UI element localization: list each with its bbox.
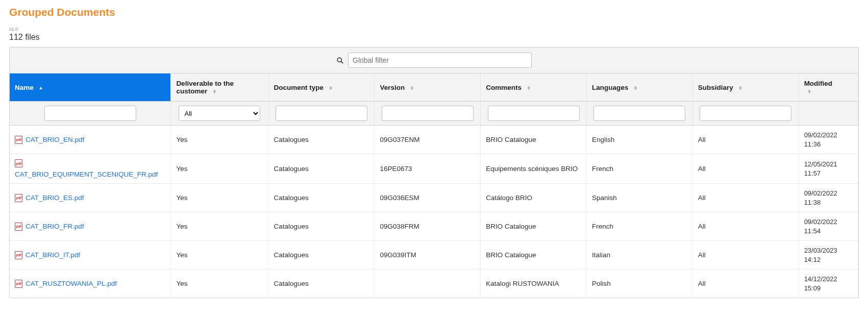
cell-doc_type: Catalogues: [268, 241, 375, 270]
cell-doc_type: Catalogues: [268, 270, 375, 298]
column-label: Languages: [592, 84, 628, 91]
cell-languages: Spanish: [587, 184, 693, 212]
column-header-languages[interactable]: Languages ▲▼: [587, 74, 693, 102]
pdf-icon: pdf: [15, 251, 22, 259]
column-label: Deliverable to the customer: [176, 80, 234, 95]
pdf-icon: pdf: [15, 280, 22, 288]
cell-languages: English: [587, 126, 693, 154]
cell-languages: Polish: [587, 270, 693, 298]
table-container: Name ▲ Deliverable to the customer ▲▼ Do…: [9, 47, 859, 298]
cell-comments: Equipements scéniques BRIO: [481, 154, 587, 184]
table-row: pdfCAT_RUSZTOWANIA_PL.pdfYesCataloguesKa…: [10, 270, 858, 298]
column-label: Version: [380, 84, 405, 91]
cell-subsidiary: All: [692, 154, 799, 184]
filter-languages-input[interactable]: [593, 106, 685, 121]
cell-doc_type: Catalogues: [268, 184, 375, 212]
file-count: 112 files: [9, 33, 859, 42]
column-header-version[interactable]: Version ▲▼: [375, 74, 481, 102]
cell-comments: BRIO Catalogue: [481, 241, 587, 270]
sort-indicator-icon: ▲▼: [807, 89, 812, 93]
filter-deliverable-select[interactable]: All: [179, 106, 260, 121]
global-filter-input[interactable]: [348, 53, 532, 68]
cell-modified: 23/03/2023 14:12: [799, 241, 858, 270]
sort-indicator-icon: ▲▼: [527, 86, 531, 90]
page-title: Grouped Documents: [9, 6, 859, 18]
cell-version: 09G036ESM: [375, 184, 481, 212]
cell-deliverable: Yes: [171, 154, 268, 184]
column-label: Subsidiary: [698, 84, 733, 91]
pdf-icon: pdf: [15, 159, 22, 167]
cell-deliverable: Yes: [171, 241, 268, 270]
table-row: pdfCAT_BRIO_EN.pdfYesCatalogues09G037ENM…: [10, 126, 858, 154]
cell-comments: Katalogi RUSTOWANIA: [481, 270, 587, 298]
file-link[interactable]: CAT_BRIO_EQUIPMENT_SCENIQUE_FR.pdf: [15, 170, 158, 178]
file-link[interactable]: CAT_RUSZTOWANIA_PL.pdf: [26, 280, 117, 287]
sort-indicator-icon: ▲: [39, 87, 43, 89]
sort-indicator-icon: ▲▼: [329, 86, 333, 90]
cell-subsidiary: All: [692, 184, 799, 212]
search-icon: [336, 57, 344, 64]
column-header-name[interactable]: Name ▲: [10, 74, 171, 102]
column-header-modified[interactable]: Modified ▲▼: [799, 74, 858, 102]
file-link[interactable]: CAT_BRIO_IT.pdf: [26, 251, 80, 259]
sort-indicator-icon: ▲▼: [410, 86, 414, 90]
cell-languages: Italian: [587, 241, 693, 270]
sort-indicator-icon: ▲▼: [738, 86, 743, 90]
cell-deliverable: Yes: [171, 270, 268, 298]
svg-line-1: [341, 61, 343, 63]
cell-version: [375, 270, 481, 298]
filter-name-input[interactable]: [44, 106, 136, 121]
cell-languages: French: [587, 212, 693, 241]
table-row: pdfCAT_BRIO_ES.pdfYesCatalogues09G036ESM…: [10, 184, 858, 212]
cell-modified: 09/02/2022 11:54: [799, 212, 858, 241]
column-header-deliverable[interactable]: Deliverable to the customer ▲▼: [171, 74, 268, 102]
cell-version: 16PE0673: [375, 154, 481, 184]
column-header-doctype[interactable]: Document type ▲▼: [268, 74, 375, 102]
cell-deliverable: Yes: [171, 212, 268, 241]
cell-modified: 14/12/2022 15:09: [799, 270, 858, 298]
pdf-icon: pdf: [15, 136, 22, 144]
pdf-icon: pdf: [15, 223, 22, 231]
cell-modified: 09/02/2022 11:38: [799, 184, 858, 212]
cell-modified: 09/02/2022 11:36: [799, 126, 858, 154]
column-label: Comments: [486, 84, 522, 91]
filter-doctype-input[interactable]: [276, 106, 367, 121]
version-label: v1.0: [9, 27, 859, 32]
filter-version-input[interactable]: [382, 106, 474, 121]
cell-version: 09G039ITM: [375, 241, 481, 270]
cell-version: 09G038FRM: [375, 212, 481, 241]
cell-doc_type: Catalogues: [268, 154, 375, 184]
cell-subsidiary: All: [692, 270, 799, 298]
filter-subsidiary-input[interactable]: [700, 106, 791, 121]
cell-modified: 12/05/2021 11:57: [799, 154, 858, 184]
column-label: Document type: [274, 84, 324, 91]
pdf-icon: pdf: [15, 194, 22, 202]
documents-table: Name ▲ Deliverable to the customer ▲▼ Do…: [10, 74, 858, 298]
sort-indicator-icon: ▲▼: [633, 86, 638, 90]
sort-indicator-icon: ▲▼: [212, 89, 217, 93]
cell-comments: Catálogo BRIO: [481, 184, 587, 212]
cell-subsidiary: All: [692, 212, 799, 241]
column-label: Name: [15, 84, 34, 91]
cell-version: 09G037ENM: [375, 126, 481, 154]
svg-point-0: [337, 58, 341, 62]
file-link[interactable]: CAT_BRIO_EN.pdf: [26, 136, 84, 143]
cell-comments: BRIO Catalogue: [481, 212, 587, 241]
table-row: pdfCAT_BRIO_FR.pdfYesCatalogues09G038FRM…: [10, 212, 858, 241]
cell-doc_type: Catalogues: [268, 126, 375, 154]
cell-deliverable: Yes: [171, 126, 268, 154]
cell-subsidiary: All: [692, 241, 799, 270]
cell-languages: French: [587, 154, 693, 184]
table-row: pdfCAT_BRIO_EQUIPMENT_SCENIQUE_FR.pdfYes…: [10, 154, 858, 184]
global-filter-bar: [10, 47, 858, 74]
column-header-comments[interactable]: Comments ▲▼: [481, 74, 587, 102]
cell-comments: BRIO Catalogue: [481, 126, 587, 154]
column-label: Modified: [804, 80, 833, 87]
file-link[interactable]: CAT_BRIO_ES.pdf: [26, 194, 84, 202]
file-link[interactable]: CAT_BRIO_FR.pdf: [26, 223, 84, 230]
filter-comments-input[interactable]: [488, 106, 580, 121]
cell-deliverable: Yes: [171, 184, 268, 212]
cell-doc_type: Catalogues: [268, 212, 375, 241]
column-header-subsidiary[interactable]: Subsidiary ▲▼: [692, 74, 799, 102]
table-row: pdfCAT_BRIO_IT.pdfYesCatalogues09G039ITM…: [10, 241, 858, 270]
